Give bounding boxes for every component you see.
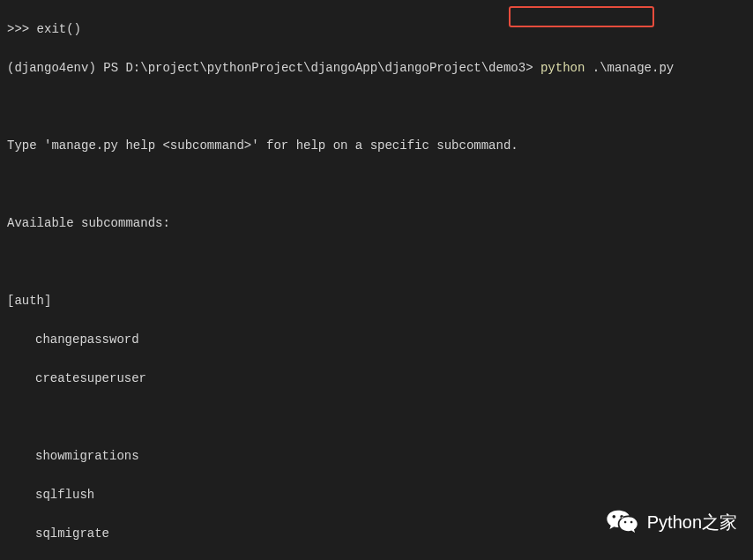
blank-line: [7, 97, 746, 116]
blank-line: [7, 252, 746, 272]
subcommand-item: sqlflush: [7, 485, 746, 504]
wechat-icon: [607, 509, 638, 535]
prompt-path: D:\project\pythonProject\djangoApp\djang…: [125, 61, 533, 75]
prompt-env: (django4env): [7, 61, 96, 75]
available-header: Available subcommands:: [7, 213, 746, 233]
prompt-shell: PS: [103, 61, 118, 75]
help-text: Type 'manage.py help <subcommand>' for h…: [7, 136, 746, 155]
prompt-line-1: (django4env) PS D:\project\pythonProject…: [7, 58, 746, 78]
watermark: Python之家: [607, 509, 737, 535]
blank-line: [7, 175, 746, 194]
subcommand-item: changepassword: [7, 330, 746, 349]
subcommand-item: showmigrations: [7, 446, 746, 466]
subcommand-item: createsuperuser: [7, 369, 746, 388]
exit-line: >>> exit(): [7, 19, 746, 39]
blank-line: [7, 407, 746, 427]
terminal-output[interactable]: >>> exit() (django4env) PS D:\project\py…: [7, 0, 746, 560]
command-python: python: [541, 61, 585, 75]
section-header-auth: [auth]: [7, 291, 746, 310]
watermark-text: Python之家: [647, 512, 737, 532]
command-arg: .\manage.py: [593, 61, 674, 75]
